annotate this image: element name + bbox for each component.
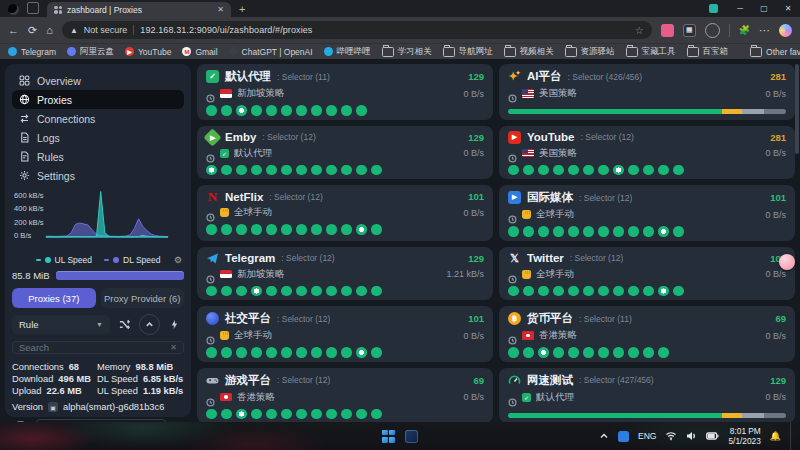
latency-history-icon[interactable] bbox=[206, 270, 215, 279]
bookmark-folder[interactable]: 宝藏工具 bbox=[626, 46, 676, 58]
window-maximize-button[interactable]: ▢ bbox=[752, 0, 776, 17]
proxy-dot[interactable] bbox=[538, 226, 549, 237]
proxy-dot[interactable] bbox=[266, 224, 277, 235]
copilot-icon[interactable] bbox=[779, 24, 792, 37]
proxy-group-card[interactable]: ฿ 货币平台 : Selector (11) 69 香港策略 0 B/s bbox=[499, 306, 795, 362]
bookmark-folder[interactable]: 百宝箱 bbox=[687, 46, 729, 58]
latency-history-icon[interactable] bbox=[508, 331, 517, 340]
sidebar-item-logs[interactable]: Logs bbox=[12, 128, 184, 147]
proxy-dot[interactable] bbox=[296, 105, 307, 116]
latency-badge[interactable]: 69 bbox=[473, 375, 484, 386]
proxy-dot[interactable] bbox=[311, 224, 322, 235]
proxy-dot[interactable] bbox=[221, 286, 232, 297]
proxy-dot[interactable] bbox=[523, 347, 534, 358]
proxy-dot[interactable] bbox=[538, 286, 549, 297]
legend-dl-speed[interactable]: DL Speed bbox=[104, 255, 161, 265]
proxy-dot[interactable] bbox=[236, 286, 247, 297]
proxy-dot[interactable] bbox=[236, 165, 247, 176]
proxy-dot[interactable] bbox=[221, 105, 232, 116]
proxy-dot[interactable] bbox=[371, 409, 382, 420]
proxy-dot[interactable] bbox=[311, 286, 322, 297]
proxy-dot[interactable] bbox=[296, 286, 307, 297]
proxy-dot[interactable] bbox=[568, 226, 579, 237]
proxy-dot-selected[interactable] bbox=[658, 226, 669, 237]
sidebar-item-proxies[interactable]: Proxies bbox=[12, 90, 184, 109]
proxy-dot[interactable] bbox=[508, 286, 519, 297]
proxy-dot[interactable] bbox=[266, 409, 277, 420]
proxy-dot[interactable] bbox=[236, 347, 247, 358]
proxy-dot[interactable] bbox=[251, 165, 262, 176]
proxy-dot[interactable] bbox=[568, 165, 579, 176]
bookmark-item[interactable]: 哔哩哔哩 bbox=[324, 46, 371, 58]
proxy-dot[interactable] bbox=[326, 105, 337, 116]
proxy-group-card[interactable]: 网速测试 : Selector (427/456) 129 ✓ 默认代理 0 B… bbox=[499, 368, 795, 424]
back-icon[interactable]: ← bbox=[8, 25, 19, 36]
latency-history-icon[interactable] bbox=[508, 149, 517, 158]
proxy-dot[interactable] bbox=[613, 347, 624, 358]
extension-screen-icon[interactable]: ▦ bbox=[683, 24, 696, 37]
proxy-dot[interactable] bbox=[206, 224, 217, 235]
proxy-dot[interactable] bbox=[568, 347, 579, 358]
proxy-dot[interactable] bbox=[628, 165, 639, 176]
bookmark-item[interactable]: Telegram bbox=[8, 47, 56, 57]
proxy-dot[interactable] bbox=[628, 286, 639, 297]
proxy-dot[interactable] bbox=[371, 347, 382, 358]
proxy-dot[interactable] bbox=[628, 347, 639, 358]
floating-translate-badge[interactable] bbox=[779, 254, 795, 270]
proxy-dot[interactable] bbox=[251, 224, 262, 235]
proxy-dot[interactable] bbox=[341, 165, 352, 176]
latency-history-icon[interactable] bbox=[508, 270, 517, 279]
tray-app-icon[interactable] bbox=[618, 431, 629, 442]
proxy-dot[interactable] bbox=[266, 286, 277, 297]
proxy-dot[interactable] bbox=[221, 409, 232, 420]
proxy-dot[interactable] bbox=[296, 224, 307, 235]
proxy-dot[interactable] bbox=[628, 226, 639, 237]
proxy-dot[interactable] bbox=[266, 105, 277, 116]
bookmark-folder[interactable]: 导航网址 bbox=[443, 46, 493, 58]
latency-history-icon[interactable] bbox=[508, 393, 517, 402]
legend-ul-speed[interactable]: UL Speed bbox=[36, 255, 93, 265]
latency-history-icon[interactable] bbox=[206, 393, 215, 402]
proxy-dot[interactable] bbox=[326, 165, 337, 176]
proxy-dot[interactable] bbox=[538, 165, 549, 176]
proxy-dot[interactable] bbox=[281, 409, 292, 420]
latency-badge[interactable]: 281 bbox=[770, 132, 786, 143]
proxy-dot[interactable] bbox=[356, 165, 367, 176]
proxy-group-card[interactable]: 𝕏 Twitter : Selector (12) 101 全球手动 0 B/s bbox=[499, 247, 795, 301]
language-indicator[interactable]: ENG bbox=[638, 431, 656, 441]
taskbar-clock[interactable]: 8:01 PM 5/1/2023 bbox=[728, 426, 760, 447]
latency-badge[interactable]: 129 bbox=[770, 375, 786, 386]
proxy-dot[interactable] bbox=[281, 165, 292, 176]
bookmark-folder[interactable]: 视频相关 bbox=[504, 46, 554, 58]
latency-test-button[interactable] bbox=[165, 315, 184, 334]
latency-history-icon[interactable] bbox=[206, 208, 215, 217]
proxy-dot[interactable] bbox=[673, 286, 684, 297]
proxy-dot[interactable] bbox=[553, 226, 564, 237]
proxy-dot[interactable] bbox=[281, 105, 292, 116]
extension-pink-icon[interactable] bbox=[661, 24, 674, 37]
proxy-dot[interactable] bbox=[341, 347, 352, 358]
proxy-dot[interactable] bbox=[523, 165, 534, 176]
window-close-button[interactable]: ✕ bbox=[776, 0, 800, 17]
sidebar-item-settings[interactable]: Settings bbox=[12, 166, 184, 185]
latency-history-icon[interactable] bbox=[508, 89, 517, 98]
proxy-dot[interactable] bbox=[266, 347, 277, 358]
tab-close-icon[interactable]: ✕ bbox=[217, 5, 224, 14]
battery-icon[interactable] bbox=[706, 432, 719, 440]
proxy-dot[interactable] bbox=[673, 165, 684, 176]
proxy-dot[interactable] bbox=[311, 165, 322, 176]
new-tab-button[interactable]: + bbox=[239, 3, 245, 15]
proxy-dot-selected[interactable] bbox=[356, 347, 367, 358]
latency-badge[interactable]: 129 bbox=[468, 132, 484, 143]
proxy-dot[interactable] bbox=[326, 409, 337, 420]
proxy-dot[interactable] bbox=[326, 347, 337, 358]
proxy-dot-selected[interactable] bbox=[356, 224, 367, 235]
bookmark-folder[interactable]: 学习相关 bbox=[382, 46, 432, 58]
home-icon[interactable]: ⌂ bbox=[46, 25, 53, 36]
proxy-dot[interactable] bbox=[236, 224, 247, 235]
proxy-dot[interactable] bbox=[221, 165, 232, 176]
bookmark-folder[interactable]: 资源驿站 bbox=[565, 46, 615, 58]
latency-badge[interactable]: 129 bbox=[468, 71, 484, 82]
proxy-group-card[interactable]: ✦✦ AI平台 : Selector (426/456) 281 美国策略 0 … bbox=[499, 64, 795, 120]
proxy-dot[interactable] bbox=[583, 347, 594, 358]
